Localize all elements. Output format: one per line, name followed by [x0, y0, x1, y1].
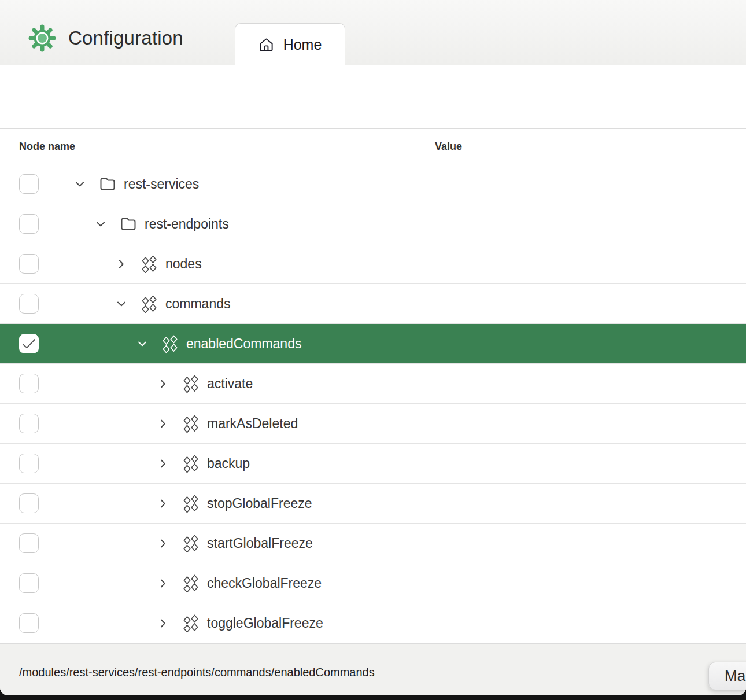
tree-row[interactable]: toggleGlobalFreeze [0, 603, 746, 643]
diamonds-icon [183, 574, 199, 592]
home-icon [258, 37, 274, 53]
column-header-value-label: Value [435, 141, 462, 153]
app-title: Configuration [68, 27, 183, 49]
node-path: /modules/rest-services/rest-endpoints/co… [19, 660, 375, 679]
node-label: enabledCommands [186, 336, 301, 352]
folder-icon [99, 177, 116, 191]
chevron-right-icon[interactable] [158, 379, 168, 388]
chevron-down-icon[interactable] [75, 179, 84, 189]
tree-row[interactable]: checkGlobalFreeze [0, 563, 746, 603]
main-content: Node name Value rest-services [0, 65, 746, 643]
chevron-right-icon[interactable] [158, 618, 168, 628]
tree-table-body: rest-services rest-endpoints [0, 164, 746, 643]
action-tooltip[interactable]: Ma [708, 662, 746, 690]
diamonds-icon [183, 535, 199, 552]
diamonds-icon [183, 495, 199, 513]
column-header-node-name-label: Node name [19, 141, 75, 153]
row-checkbox[interactable] [19, 533, 39, 553]
chevron-right-icon[interactable] [158, 419, 168, 428]
row-checkbox[interactable] [19, 493, 39, 513]
row-checkbox[interactable] [19, 294, 39, 314]
path-bar: /modules/rest-services/rest-endpoints/co… [0, 643, 746, 695]
node-label: nodes [165, 256, 202, 272]
row-checkbox[interactable] [19, 374, 39, 393]
chevron-right-icon[interactable] [158, 499, 168, 508]
row-indent [0, 224, 96, 224]
chevron-down-icon[interactable] [138, 339, 147, 348]
node-label: backup [207, 456, 250, 471]
row-checkbox[interactable] [19, 454, 39, 473]
app-brand: Configuration [28, 23, 183, 53]
diamonds-icon [183, 375, 199, 393]
tab-home-label: Home [283, 36, 322, 53]
node-label: commands [165, 296, 230, 312]
node-label: rest-endpoints [145, 216, 229, 232]
tree-table-header: Node name Value [0, 128, 746, 164]
node-label: activate [207, 376, 253, 392]
action-tooltip-label: Ma [725, 667, 745, 685]
diamonds-icon [141, 295, 157, 313]
tree-row[interactable]: nodes [0, 244, 746, 284]
column-header-node-name: Node name [0, 129, 415, 164]
node-label: markAsDeleted [207, 416, 298, 432]
diamonds-icon [183, 415, 199, 433]
row-indent [0, 264, 117, 264]
tree-row[interactable]: enabledCommands [0, 324, 746, 364]
checkmark-icon [22, 338, 36, 349]
tree-row[interactable]: rest-services [0, 164, 746, 204]
row-checkbox[interactable] [19, 414, 39, 433]
column-header-value: Value [415, 129, 746, 164]
tab-home[interactable]: Home [235, 23, 345, 65]
chevron-right-icon[interactable] [158, 459, 168, 468]
content-spacer [0, 65, 746, 128]
tree-row[interactable]: backup [0, 444, 746, 484]
tree-row[interactable]: markAsDeleted [0, 404, 746, 444]
row-checkbox[interactable] [19, 214, 39, 234]
tree-row[interactable]: rest-endpoints [0, 204, 746, 244]
configuration-window: Configuration Home Node name Value [0, 0, 746, 695]
chevron-down-icon[interactable] [117, 299, 126, 308]
chevron-right-icon[interactable] [158, 579, 168, 588]
tree-row[interactable]: startGlobalFreeze [0, 524, 746, 563]
node-label: startGlobalFreeze [207, 536, 313, 551]
diamonds-icon [141, 255, 157, 273]
node-label: toggleGlobalFreeze [207, 616, 323, 631]
row-checkbox[interactable] [19, 174, 39, 194]
node-label: rest-services [124, 176, 199, 192]
chevron-right-icon[interactable] [158, 539, 168, 548]
diamonds-icon [183, 455, 199, 473]
diamonds-icon [162, 335, 178, 353]
row-indent [0, 304, 117, 304]
tree-row[interactable]: activate [0, 364, 746, 404]
node-label: stopGlobalFreeze [207, 496, 312, 511]
chevron-down-icon[interactable] [96, 219, 105, 229]
row-checkbox[interactable] [19, 334, 39, 353]
folder-icon [120, 217, 136, 231]
tree-row[interactable]: commands [0, 284, 746, 324]
node-label: checkGlobalFreeze [207, 576, 322, 591]
chevron-right-icon[interactable] [117, 259, 126, 268]
row-checkbox[interactable] [19, 613, 39, 633]
app-header: Configuration Home [0, 0, 746, 65]
diamonds-icon [183, 614, 199, 632]
row-checkbox[interactable] [19, 573, 39, 593]
row-checkbox[interactable] [19, 254, 39, 274]
gear-icon [28, 23, 57, 53]
tree-row[interactable]: stopGlobalFreeze [0, 484, 746, 524]
